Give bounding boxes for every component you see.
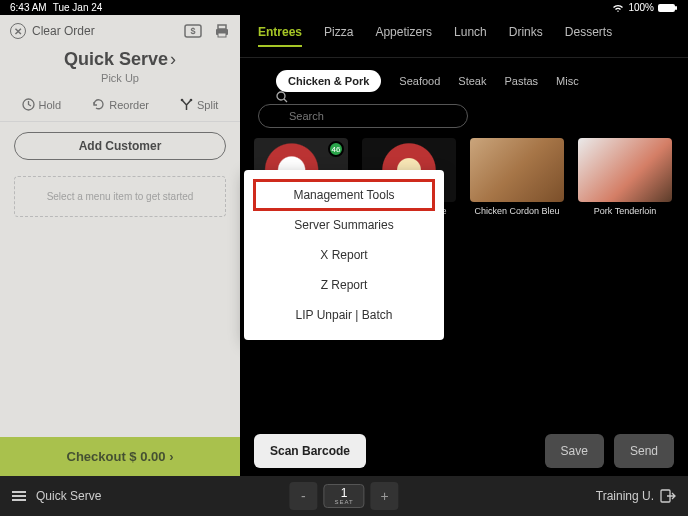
svg-point-9	[190, 99, 193, 102]
battery-percent: 100%	[628, 2, 654, 13]
app-label: Quick Serve	[36, 489, 101, 503]
seat-label: SEAT	[334, 499, 353, 505]
split-label: Split	[197, 99, 218, 111]
popover-lip-unpair[interactable]: LIP Unpair | Batch	[244, 300, 444, 330]
tab-desserts[interactable]: Desserts	[565, 25, 612, 47]
menu-top-tabs: Entrees Pizza Appetizers Lunch Drinks De…	[240, 15, 688, 58]
tab-pizza[interactable]: Pizza	[324, 25, 353, 47]
print-icon[interactable]	[214, 24, 230, 38]
popover-server-summaries[interactable]: Server Summaries	[244, 210, 444, 240]
hold-label: Hold	[39, 99, 62, 111]
order-placeholder: Select a menu item to get started	[14, 176, 226, 217]
dim-overlay	[0, 15, 240, 476]
tab-appetizers[interactable]: Appetizers	[375, 25, 432, 47]
add-customer-button[interactable]: Add Customer	[14, 132, 226, 160]
tab-drinks[interactable]: Drinks	[509, 25, 543, 47]
clear-order-label: Clear Order	[32, 24, 95, 38]
search-icon	[276, 91, 288, 103]
cash-icon[interactable]: $	[184, 24, 202, 38]
subtab-steak[interactable]: Steak	[458, 75, 486, 87]
clear-order-button[interactable]: ✕ Clear Order	[10, 23, 95, 39]
split-icon	[180, 98, 193, 111]
svg-line-11	[284, 99, 287, 102]
user-menu[interactable]: Training U.	[596, 489, 676, 503]
battery-icon	[658, 3, 678, 13]
reorder-label: Reorder	[109, 99, 149, 111]
item-image	[578, 138, 672, 202]
tab-lunch[interactable]: Lunch	[454, 25, 487, 47]
wifi-icon	[612, 3, 624, 13]
order-title[interactable]: Quick Serve	[0, 49, 240, 70]
seat-plus-button[interactable]: +	[371, 482, 399, 510]
seat-minus-button[interactable]: -	[289, 482, 317, 510]
subtab-pastas[interactable]: Pastas	[504, 75, 538, 87]
status-bar: 6:43 AM Tue Jan 24 100%	[0, 0, 688, 15]
popover-management-tools[interactable]: Management Tools	[254, 180, 434, 210]
item-badge: 46	[328, 141, 344, 157]
management-popover: Management Tools Server Summaries X Repo…	[244, 170, 444, 340]
refresh-icon	[92, 98, 105, 111]
tab-entrees[interactable]: Entrees	[258, 25, 302, 47]
seat-counter[interactable]: 1 SEAT	[323, 484, 364, 508]
svg-rect-5	[218, 25, 226, 29]
svg-text:$: $	[190, 26, 195, 36]
bottom-bar: Quick Serve - 1 SEAT + Training U.	[0, 476, 688, 516]
split-button[interactable]: Split	[180, 98, 218, 111]
order-subtitle: Pick Up	[0, 72, 240, 84]
item-label: Chicken Cordon Bleu	[474, 206, 559, 216]
item-label: Pork Tenderloin	[594, 206, 656, 216]
subtab-seafood[interactable]: Seafood	[399, 75, 440, 87]
subtab-misc[interactable]: Misc	[556, 75, 579, 87]
hold-button[interactable]: Hold	[22, 98, 62, 111]
close-icon: ✕	[10, 23, 26, 39]
svg-rect-6	[218, 33, 226, 37]
order-pane: ✕ Clear Order $ Quick Serve Pick Up Hold	[0, 15, 240, 476]
status-date: Tue Jan 24	[53, 2, 103, 13]
svg-rect-1	[675, 6, 677, 10]
popover-z-report[interactable]: Z Report	[244, 270, 444, 300]
svg-point-10	[277, 92, 285, 100]
checkout-button[interactable]: Checkout $ 0.00	[0, 437, 240, 476]
svg-point-8	[181, 99, 184, 102]
subtab-chicken-pork[interactable]: Chicken & Pork	[276, 70, 381, 92]
send-button[interactable]: Send	[614, 434, 674, 468]
logout-icon	[660, 489, 676, 503]
item-image	[470, 138, 564, 202]
menu-item[interactable]: Chicken Cordon Bleu	[470, 138, 564, 216]
popover-x-report[interactable]: X Report	[244, 240, 444, 270]
save-button[interactable]: Save	[545, 434, 604, 468]
user-name: Training U.	[596, 489, 654, 503]
status-time: 6:43 AM	[10, 2, 47, 13]
clock-icon	[22, 98, 35, 111]
menu-item[interactable]: Pork Tenderloin	[578, 138, 672, 216]
reorder-button[interactable]: Reorder	[92, 98, 149, 111]
menu-icon[interactable]	[12, 491, 26, 501]
scan-barcode-button[interactable]: Scan Barcode	[254, 434, 366, 468]
seat-number: 1	[334, 487, 353, 499]
menu-sub-tabs: Chicken & Pork Seafood Steak Pastas Misc	[240, 58, 688, 98]
svg-rect-0	[658, 4, 675, 12]
search-input[interactable]	[258, 104, 468, 128]
